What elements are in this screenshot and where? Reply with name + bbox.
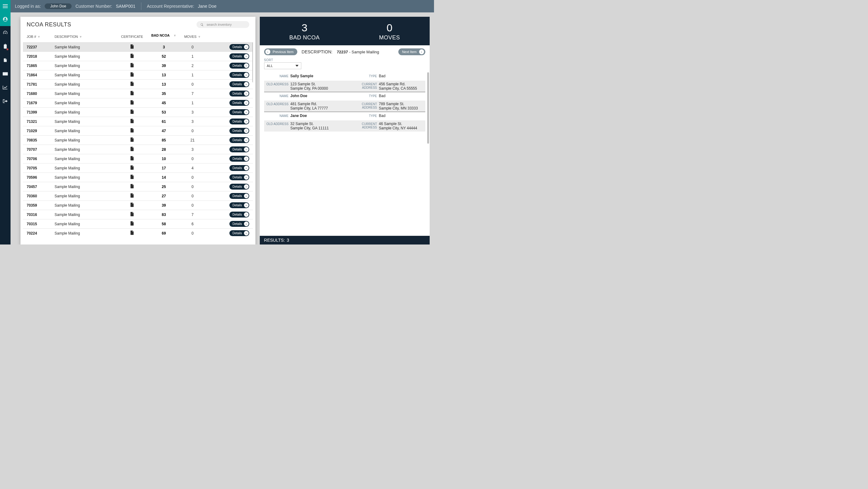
table-row[interactable]: 70707Sample Mailing283Details› — [23, 145, 253, 154]
pdf-file-icon[interactable] — [130, 156, 134, 161]
table-row[interactable]: 70360Sample Mailing270Details› — [23, 191, 253, 200]
pdf-file-icon[interactable] — [130, 212, 134, 217]
cell-description: Sample Mailing — [55, 184, 117, 189]
details-button[interactable]: Details› — [229, 165, 249, 171]
pdf-file-icon[interactable] — [130, 231, 134, 236]
details-button[interactable]: Details› — [229, 44, 249, 50]
cell-job: 71321 — [27, 119, 55, 124]
pdf-file-icon[interactable] — [130, 165, 134, 171]
table-row[interactable]: 70315Sample Mailing586Details› — [23, 219, 253, 228]
pdf-file-icon[interactable] — [130, 63, 134, 68]
details-button[interactable]: Details› — [229, 230, 249, 236]
table-row[interactable]: 71679Sample Mailing451Details› — [23, 98, 253, 107]
nav-logout[interactable] — [0, 94, 10, 108]
table-row[interactable]: 72018Sample Mailing521Details› — [23, 52, 253, 61]
cell-description: Sample Mailing — [55, 138, 117, 142]
nav-user[interactable] — [0, 12, 10, 26]
details-button[interactable]: Details› — [229, 193, 249, 199]
logged-in-user[interactable]: John Doe — [44, 3, 72, 9]
old-address-label: OLD ADDRESS — [264, 102, 290, 106]
table-row[interactable]: 71864Sample Mailing131Details› — [23, 70, 253, 80]
cell-bad-ncoa: 53 — [148, 110, 180, 114]
cell-description: Sample Mailing — [55, 212, 117, 217]
nav-document[interactable] — [0, 53, 10, 67]
type-label: TYPE — [347, 114, 379, 118]
table-row[interactable]: 71399Sample Mailing533Details› — [23, 107, 253, 117]
pdf-file-icon[interactable] — [130, 72, 134, 78]
cell-bad-ncoa: 85 — [148, 138, 180, 142]
header-bad-ncoa[interactable]: BAD NCOA▼ — [148, 33, 180, 40]
search-input[interactable]: search inventory — [196, 21, 249, 28]
table-row[interactable]: 70596Sample Mailing140Details› — [23, 173, 253, 182]
details-button[interactable]: Details› — [229, 81, 249, 87]
table-row[interactable]: 71029Sample Mailing470Details› — [23, 126, 253, 135]
details-button[interactable]: Details› — [229, 146, 249, 152]
pdf-file-icon[interactable] — [130, 184, 134, 189]
nav-mail[interactable] — [0, 67, 10, 81]
details-button[interactable]: Details› — [229, 221, 249, 227]
details-button[interactable]: Details› — [229, 118, 249, 124]
header-description[interactable]: DESCRIPTION▼ — [55, 35, 117, 38]
search-icon — [200, 23, 204, 26]
details-button[interactable]: Details› — [229, 72, 249, 78]
scrollbar[interactable] — [252, 42, 253, 83]
details-button[interactable]: Details› — [229, 100, 249, 106]
details-button[interactable]: Details› — [229, 137, 249, 143]
pdf-file-icon[interactable] — [130, 45, 134, 50]
table-row[interactable]: 71781Sample Mailing130Details› — [23, 80, 253, 89]
scrollbar[interactable] — [427, 72, 429, 144]
table-row[interactable]: 71865Sample Mailing392Details› — [23, 61, 253, 70]
details-button[interactable]: Details› — [229, 184, 249, 190]
header-moves[interactable]: MOVES▼ — [180, 35, 205, 38]
nav-reports[interactable] — [0, 81, 10, 94]
table-row[interactable]: 70224Sample Mailing690Details› — [23, 228, 253, 238]
pdf-file-icon[interactable] — [130, 119, 134, 124]
cell-job: 70706 — [27, 157, 55, 161]
menu-button[interactable] — [0, 0, 10, 12]
details-button[interactable]: Details› — [229, 53, 249, 59]
table-row[interactable]: 72237Sample Mailing30Details› — [23, 42, 253, 52]
pdf-file-icon[interactable] — [130, 203, 134, 208]
pdf-file-icon[interactable] — [130, 128, 134, 134]
header-certificate[interactable]: CERTIFICATE — [117, 35, 148, 38]
pdf-file-icon[interactable] — [130, 82, 134, 87]
bad-ncoa-count: 3 — [289, 22, 320, 34]
details-button[interactable]: Details› — [229, 202, 249, 208]
pdf-file-icon[interactable] — [130, 221, 134, 227]
cell-bad-ncoa: 47 — [148, 129, 180, 133]
details-button[interactable]: Details› — [229, 91, 249, 96]
table-row[interactable]: 71680Sample Mailing357Details› — [23, 89, 253, 98]
pdf-file-icon[interactable] — [130, 175, 134, 180]
cell-job: 72237 — [27, 45, 55, 49]
pdf-file-icon[interactable] — [130, 100, 134, 106]
table-row[interactable]: 70316Sample Mailing837Details› — [23, 210, 253, 219]
table-row[interactable]: 70706Sample Mailing100Details› — [23, 154, 253, 163]
table-row[interactable]: 71321Sample Mailing613Details› — [23, 117, 253, 126]
sort-select[interactable]: ALL — [264, 62, 301, 69]
pdf-file-icon[interactable] — [130, 147, 134, 152]
table-row[interactable]: 70705Sample Mailing174Details› — [23, 163, 253, 173]
cell-moves: 3 — [180, 119, 205, 124]
header-job[interactable]: JOB #▼ — [27, 35, 55, 38]
notification-dot-icon — [6, 49, 8, 50]
details-button[interactable]: Details› — [229, 211, 249, 218]
details-button[interactable]: Details› — [229, 63, 249, 68]
details-button[interactable]: Details› — [229, 174, 249, 180]
details-button[interactable]: Details› — [229, 128, 249, 134]
pdf-file-icon[interactable] — [130, 110, 134, 115]
table-row[interactable]: 70359Sample Mailing390Details› — [23, 200, 253, 210]
details-button[interactable]: Details› — [229, 109, 249, 115]
pdf-file-icon[interactable] — [130, 54, 134, 59]
chevron-down-icon: ▼ — [198, 35, 201, 38]
details-button[interactable]: Details› — [229, 156, 249, 162]
pdf-file-icon[interactable] — [130, 193, 134, 199]
cell-bad-ncoa: 28 — [148, 147, 180, 152]
nav-clipboard[interactable] — [0, 40, 10, 53]
previous-item-button[interactable]: ‹ Previous Item — [264, 49, 297, 55]
table-row[interactable]: 70835Sample Mailing8521Details› — [23, 135, 253, 145]
pdf-file-icon[interactable] — [130, 91, 134, 96]
pdf-file-icon[interactable] — [130, 138, 134, 143]
next-item-button[interactable]: Next Item › — [398, 49, 425, 55]
nav-dashboard[interactable] — [0, 26, 10, 40]
table-row[interactable]: 70457Sample Mailing250Details› — [23, 182, 253, 191]
